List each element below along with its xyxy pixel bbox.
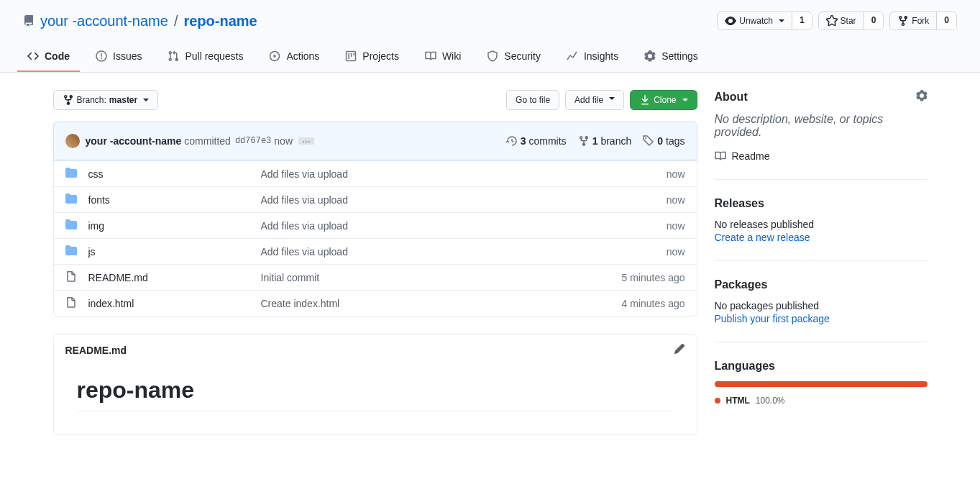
about-settings-button[interactable] (916, 90, 928, 104)
repo-icon (23, 15, 35, 27)
tab-settings[interactable]: Settings (634, 42, 708, 72)
pencil-icon (674, 343, 685, 355)
watch-button[interactable]: Unwatch 1 (717, 12, 812, 30)
file-name-link[interactable]: css (88, 168, 104, 180)
file-commit-msg[interactable]: Initial commit (261, 272, 622, 283)
commit-author[interactable]: your -account-name (86, 135, 182, 147)
code-icon (27, 50, 39, 62)
issue-icon (96, 50, 107, 62)
star-icon (826, 15, 838, 27)
tags-link[interactable]: 0 tags (643, 135, 684, 147)
fork-button[interactable]: Fork 0 (889, 12, 957, 30)
breadcrumb-sep: / (174, 13, 178, 29)
clone-button[interactable]: Clone (630, 90, 697, 110)
edit-readme-button[interactable] (674, 343, 685, 357)
file-commit-msg[interactable]: Add files via upload (261, 194, 667, 206)
file-name-link[interactable]: README.md (88, 272, 148, 283)
tab-issues[interactable]: Issues (86, 42, 152, 72)
file-time: now (667, 168, 685, 180)
readme-filename[interactable]: README.md (65, 345, 127, 356)
branches-link[interactable]: 1 branch (578, 135, 632, 147)
about-title: About (715, 91, 748, 104)
avatar[interactable] (65, 134, 80, 148)
releases-title: Releases (715, 197, 928, 210)
tab-insights[interactable]: Insights (557, 42, 628, 72)
readme-link[interactable]: Readme (715, 150, 928, 162)
file-row: index.htmlCreate index.html4 minutes ago (54, 290, 697, 316)
branch-icon (63, 94, 74, 106)
file-commit-msg[interactable]: Add files via upload (261, 168, 667, 180)
eye-icon (725, 15, 736, 27)
commit-message: committed (184, 135, 231, 147)
tab-projects[interactable]: Projects (335, 42, 409, 72)
header-actions: Unwatch 1 Star 0 Fork 0 (717, 12, 957, 30)
commit-hash[interactable]: dd767e3 (235, 136, 271, 146)
file-row: cssAdd files via uploadnow (54, 160, 697, 186)
commit-time: now (274, 135, 293, 147)
readme-box: README.md repo-name (53, 334, 697, 435)
star-count[interactable]: 0 (864, 12, 884, 29)
goto-file-button[interactable]: Go to file (506, 90, 559, 110)
repo-link[interactable]: repo-name (183, 13, 257, 29)
tab-wiki[interactable]: Wiki (415, 42, 471, 72)
book-icon (715, 150, 726, 162)
star-button[interactable]: Star 0 (818, 12, 884, 30)
tab-actions[interactable]: Actions (259, 42, 329, 72)
branch-selector[interactable]: Branch: master (53, 90, 159, 110)
publish-package-link[interactable]: Publish your first package (715, 313, 830, 324)
shield-icon (487, 50, 498, 62)
commits-link[interactable]: 3 commits (506, 135, 567, 147)
tab-security[interactable]: Security (477, 42, 551, 72)
fork-count[interactable]: 0 (936, 12, 956, 29)
file-time: now (667, 246, 685, 258)
file-name-link[interactable]: index.html (88, 298, 134, 309)
packages-none: No packages published (715, 300, 928, 311)
history-icon (506, 135, 518, 147)
watch-count[interactable]: 1 (792, 12, 812, 29)
download-icon (639, 94, 651, 106)
file-icon (65, 296, 77, 310)
language-item[interactable]: HTML100.0% (715, 396, 928, 406)
pr-icon (168, 50, 179, 62)
file-commit-msg[interactable]: Create index.html (261, 298, 622, 309)
folder-icon (65, 167, 77, 181)
play-icon (269, 50, 280, 62)
add-file-button[interactable]: Add file (565, 90, 624, 110)
book-icon (425, 50, 436, 62)
tab-code[interactable]: Code (17, 42, 80, 72)
ellipsis-button[interactable]: … (298, 137, 314, 145)
folder-icon (65, 245, 77, 258)
file-name-link[interactable]: img (88, 220, 105, 232)
readme-heading: repo-name (77, 377, 674, 411)
file-name-link[interactable]: js (88, 246, 96, 258)
svg-point-2 (645, 137, 646, 139)
file-commit-msg[interactable]: Add files via upload (261, 220, 667, 232)
branch-icon (578, 135, 590, 147)
file-time: 5 minutes ago (622, 272, 685, 283)
file-icon (65, 270, 77, 284)
languages-title: Languages (715, 360, 928, 373)
file-time: now (667, 220, 685, 232)
fork-icon (897, 15, 909, 27)
owner-link[interactable]: your -account-name (40, 13, 168, 29)
tab-pullrequests[interactable]: Pull requests (157, 42, 253, 72)
file-row: README.mdInitial commit5 minutes ago (54, 264, 697, 290)
gear-icon (916, 90, 928, 101)
packages-title: Packages (715, 278, 928, 291)
releases-none: No releases published (715, 219, 928, 230)
folder-icon (65, 193, 77, 206)
file-table: cssAdd files via uploadnowfontsAdd files… (53, 160, 697, 316)
file-row: fontsAdd files via uploadnow (54, 186, 697, 212)
folder-icon (65, 219, 77, 232)
project-icon (345, 50, 357, 62)
about-description: No description, website, or topics provi… (715, 113, 928, 139)
file-commit-msg[interactable]: Add files via upload (261, 246, 667, 258)
breadcrumb: your -account-name / repo-name (23, 13, 257, 29)
file-time: now (667, 194, 685, 206)
file-row: imgAdd files via uploadnow (54, 212, 697, 238)
language-bar[interactable] (715, 381, 928, 387)
create-release-link[interactable]: Create a new release (715, 232, 810, 243)
graph-icon (567, 50, 578, 62)
file-name-link[interactable]: fonts (88, 194, 110, 206)
language-dot (715, 398, 720, 404)
